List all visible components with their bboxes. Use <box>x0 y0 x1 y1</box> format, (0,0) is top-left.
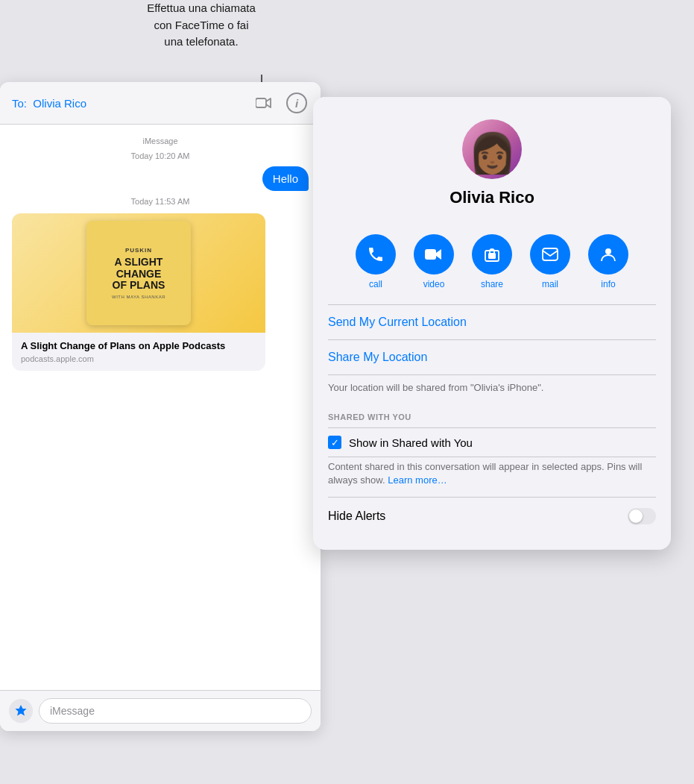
show-in-shared-checkbox[interactable]: ✓ <box>328 436 341 449</box>
messages-header: To: Olivia Rico i <box>0 82 321 125</box>
link-card[interactable]: PUSKIN A SlightChangeof Plans with Maya … <box>12 213 265 371</box>
avatar-emoji: 👩🏾 <box>468 134 517 172</box>
toggle-knob <box>629 509 643 523</box>
hide-alerts-row: Hide Alerts <box>313 498 671 535</box>
info-action-button[interactable]: info <box>588 234 628 289</box>
call-icon <box>356 234 396 275</box>
podcast-cover-title: A SlightChangeof Plans <box>113 257 165 291</box>
messages-body: iMessage Today 10:20 AM Hello Today 11:5… <box>0 125 321 690</box>
message-bubble: Hello <box>262 166 309 191</box>
action-buttons: call video share <box>313 222 671 304</box>
podcast-cover-subtitle: with Maya Shankar <box>112 295 165 299</box>
facetime-video-button[interactable] <box>252 91 276 115</box>
link-card-image: PUSKIN A SlightChangeof Plans with Maya … <box>12 213 265 333</box>
learn-more-link[interactable]: Learn more… <box>388 474 447 486</box>
mail-button[interactable]: mail <box>530 234 570 289</box>
svg-rect-1 <box>425 249 436 260</box>
share-location-button[interactable]: Share My Location <box>313 340 671 374</box>
timestamp-1: Today 10:20 AM <box>12 151 309 160</box>
link-card-url: podcasts.apple.com <box>21 354 256 363</box>
content-desc-part1: Content shared in this conversation will… <box>328 461 642 486</box>
to-contact: Olivia Rico <box>33 97 86 110</box>
hide-alerts-label: Hide Alerts <box>328 509 385 523</box>
timestamp-2: Today 11:53 AM <box>12 197 309 206</box>
mail-icon <box>530 234 570 275</box>
link-card-title: A Slight Change of Plans on Apple Podcas… <box>21 340 256 353</box>
link-card-info: A Slight Change of Plans on Apple Podcas… <box>12 333 265 371</box>
svg-rect-0 <box>256 98 266 107</box>
info-person-icon <box>588 234 628 275</box>
avatar: 👩🏾 <box>462 119 522 179</box>
messages-window: To: Olivia Rico i iMessage Today 10:20 A… <box>0 82 321 731</box>
to-label: To: <box>12 97 27 110</box>
info-icon: i <box>286 92 307 113</box>
imessage-label: iMessage <box>12 137 309 145</box>
share-label: share <box>481 279 503 289</box>
info-action-label: info <box>601 279 615 289</box>
bubble-row: Hello <box>12 166 309 191</box>
podcast-cover: PUSKIN A SlightChangeof Plans with Maya … <box>86 221 191 325</box>
location-description: Your location will be shared from "Olivi… <box>328 381 656 395</box>
shared-with-you-label: SHARED WITH YOU <box>313 404 671 427</box>
svg-rect-3 <box>488 253 496 259</box>
content-description: Content shared in this conversation will… <box>313 457 671 496</box>
svg-rect-4 <box>543 248 558 260</box>
share-button[interactable]: share <box>472 234 512 289</box>
app-store-button[interactable] <box>9 699 33 723</box>
header-icons: i <box>252 91 309 115</box>
share-icon <box>472 234 512 275</box>
hide-alerts-toggle[interactable] <box>628 508 656 524</box>
video-label: video <box>423 279 445 289</box>
messages-to: To: Olivia Rico <box>12 97 86 110</box>
imessage-placeholder: iMessage <box>50 705 95 717</box>
contact-name: Olivia Rico <box>449 188 534 207</box>
info-panel-header: 👩🏾 Olivia Rico <box>313 97 671 222</box>
mail-label: mail <box>542 279 558 289</box>
location-description-section: Your location will be shared from "Olivi… <box>313 375 671 404</box>
imessage-input-field[interactable]: iMessage <box>39 698 312 724</box>
call-label: call <box>369 279 382 289</box>
show-in-shared-label: Show in Shared with You <box>349 436 473 449</box>
messages-input-bar: iMessage <box>0 690 321 731</box>
info-panel: 👩🏾 Olivia Rico call video <box>313 97 671 550</box>
send-location-button[interactable]: Send My Current Location <box>313 305 671 339</box>
podcast-publisher: PUSKIN <box>125 247 152 254</box>
info-button[interactable]: i <box>285 91 309 115</box>
call-button[interactable]: call <box>356 234 396 289</box>
video-button[interactable]: video <box>414 234 454 289</box>
video-icon <box>414 234 454 275</box>
annotation-text: Effettua una chiamatacon FaceTime o faiu… <box>147 1 256 48</box>
annotation-tooltip: Effettua una chiamatacon FaceTime o faiu… <box>112 0 291 51</box>
svg-point-5 <box>605 248 611 254</box>
show-in-shared-row[interactable]: ✓ Show in Shared with You <box>313 428 671 457</box>
